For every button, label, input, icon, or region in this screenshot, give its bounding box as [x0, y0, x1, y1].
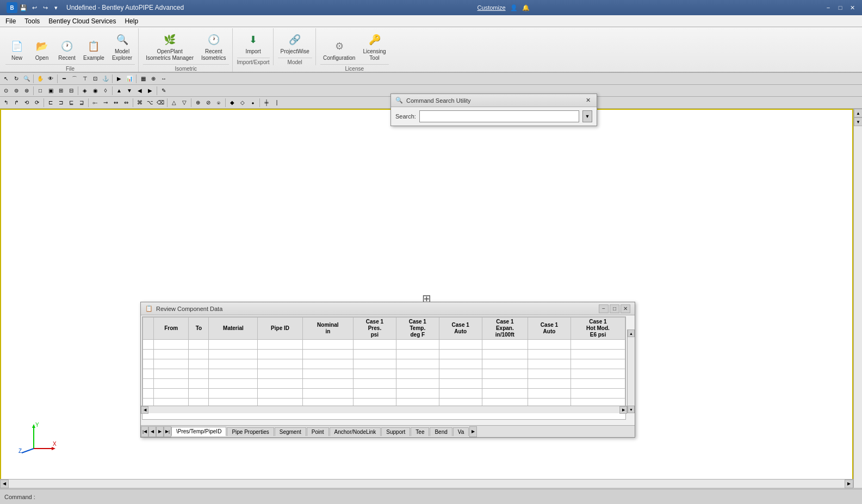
- tb3-2[interactable]: ↱: [11, 98, 21, 108]
- review-scroll-left[interactable]: ◀: [141, 406, 148, 414]
- tab-anchor-nodelink[interactable]: Anchor/NodeLink: [330, 427, 381, 436]
- menu-bentley-cloud[interactable]: Bentley Cloud Services: [44, 16, 120, 26]
- ribbon-btn-example[interactable]: 📋 Example: [80, 36, 107, 63]
- tb2-4[interactable]: □: [35, 86, 45, 96]
- scroll-up-arrow[interactable]: ▲: [854, 109, 862, 117]
- tb-dim[interactable]: ↔: [159, 74, 169, 84]
- tab-support[interactable]: Support: [381, 427, 410, 436]
- tb3-16[interactable]: △: [169, 98, 179, 108]
- tb3-21[interactable]: ◆: [227, 98, 237, 108]
- tb2-3[interactable]: ⊛: [22, 86, 32, 96]
- tab-segment[interactable]: Segment: [275, 427, 306, 436]
- tb3-5[interactable]: ⊏: [46, 98, 55, 108]
- review-close-btn[interactable]: ✕: [621, 304, 630, 313]
- tab-nav-next[interactable]: ▶: [156, 426, 164, 437]
- ribbon-btn-recent[interactable]: 🕐 Recent: [55, 36, 78, 63]
- tab-nav-last[interactable]: ▶|: [164, 426, 171, 437]
- tb2-1[interactable]: ⊙: [1, 86, 11, 96]
- review-scroll-down[interactable]: ▼: [628, 406, 635, 413]
- close-button[interactable]: ✕: [847, 3, 858, 12]
- cmd-search-dropdown[interactable]: ▼: [582, 110, 592, 122]
- tb-rotate[interactable]: ↻: [11, 74, 21, 84]
- ribbon-btn-open[interactable]: 📂 Open: [30, 36, 53, 63]
- tb3-13[interactable]: ⌘: [135, 98, 145, 108]
- tb-pan[interactable]: ✋: [35, 74, 45, 84]
- tb2-10[interactable]: ◊: [101, 86, 110, 96]
- tb3-22[interactable]: ◇: [238, 98, 247, 108]
- tb2-9[interactable]: ◉: [90, 86, 100, 96]
- tb2-5[interactable]: ▣: [46, 86, 55, 96]
- more-quick-btn[interactable]: ▾: [51, 3, 61, 13]
- tb-results[interactable]: 📊: [125, 74, 134, 84]
- tb3-15[interactable]: ⌫: [156, 98, 165, 108]
- undo-quick-btn[interactable]: ↩: [29, 3, 39, 13]
- tb-tee[interactable]: ⊤: [80, 74, 90, 84]
- review-scrollbar-right[interactable]: ▲ ▼: [627, 329, 635, 413]
- tb3-24[interactable]: ╪: [262, 98, 271, 108]
- tb3-14[interactable]: ⌥: [145, 98, 155, 108]
- tb3-20[interactable]: ⍟: [214, 98, 224, 108]
- tb-view[interactable]: 👁: [46, 74, 55, 84]
- tb3-4[interactable]: ⟳: [32, 98, 42, 108]
- scroll-left-arrow[interactable]: ◀: [0, 480, 9, 488]
- tb3-1[interactable]: ↰: [1, 98, 11, 108]
- save-quick-btn[interactable]: 💾: [18, 3, 28, 13]
- tab-nav-first[interactable]: |◀: [141, 426, 148, 437]
- tb2-14[interactable]: ▶: [145, 86, 155, 96]
- cmd-search-close-button[interactable]: ✕: [584, 96, 592, 105]
- tb-pipe[interactable]: ━: [59, 74, 69, 84]
- tb-analysis[interactable]: ▶: [114, 74, 124, 84]
- tab-pipe-properties[interactable]: Pipe Properties: [227, 427, 274, 436]
- redo-quick-btn[interactable]: ↪: [40, 3, 50, 13]
- tb2-7[interactable]: ⊟: [66, 86, 76, 96]
- tb3-12[interactable]: ⇔: [121, 98, 131, 108]
- tb2-8[interactable]: ◈: [80, 86, 90, 96]
- tab-pres-temp-pipeid[interactable]: \Pres/Temp/PipeID: [171, 427, 226, 436]
- ribbon-btn-model-explorer[interactable]: 🔍 ModelExplorer: [109, 29, 135, 63]
- tb2-6[interactable]: ⊞: [56, 86, 66, 96]
- review-scroll-right[interactable]: ▶: [619, 406, 627, 414]
- review-scroll-track-right[interactable]: [628, 337, 635, 406]
- tb3-25[interactable]: |: [272, 98, 282, 108]
- tb2-13[interactable]: ◀: [135, 86, 145, 96]
- tb3-10[interactable]: ⊸: [101, 98, 110, 108]
- tb2-11[interactable]: ▲: [114, 86, 124, 96]
- tb2-12[interactable]: ▼: [125, 86, 134, 96]
- tab-va[interactable]: Va: [453, 427, 469, 436]
- tb-grid[interactable]: ▦: [138, 74, 148, 84]
- menu-file[interactable]: File: [1, 16, 20, 26]
- main-scrollbar-right[interactable]: ▲ ▼: [853, 109, 862, 488]
- tb-zoom[interactable]: 🔍: [22, 74, 32, 84]
- tb3-6[interactable]: ⊐: [56, 98, 66, 108]
- maximize-button[interactable]: □: [835, 3, 846, 12]
- tb3-17[interactable]: ▽: [179, 98, 189, 108]
- tb-snap[interactable]: ⊕: [148, 74, 158, 84]
- review-scroll-up[interactable]: ▲: [628, 329, 635, 337]
- tb3-8[interactable]: ⊒: [77, 98, 86, 108]
- tb2-2[interactable]: ⊚: [11, 86, 21, 96]
- tb-valve[interactable]: ⊡: [90, 74, 100, 84]
- scroll-right-arrow[interactable]: ▶: [845, 480, 853, 488]
- tb-anchor[interactable]: ⚓: [101, 74, 110, 84]
- menu-tools[interactable]: Tools: [20, 16, 44, 26]
- tb3-3[interactable]: ⟲: [22, 98, 32, 108]
- main-scrollbar-bottom[interactable]: ◀ ▶: [0, 479, 853, 488]
- tb3-18[interactable]: ⊕: [193, 98, 203, 108]
- ribbon-btn-openplant[interactable]: 🌿 OpenPlantIsometrics Manager: [143, 29, 196, 63]
- tb3-23[interactable]: ⬥: [248, 98, 258, 108]
- customize-label[interactable]: Customize: [477, 4, 506, 11]
- review-scrollbar-bottom[interactable]: ◀ ▶: [141, 406, 627, 413]
- tb3-19[interactable]: ⊘: [203, 98, 213, 108]
- ribbon-btn-configuration[interactable]: ⚙ Configuration: [320, 36, 358, 63]
- tab-tee[interactable]: Tee: [411, 427, 429, 436]
- tb3-7[interactable]: ⊑: [66, 98, 76, 108]
- ribbon-btn-import[interactable]: ⬇ Import: [242, 29, 265, 57]
- minimize-button[interactable]: −: [823, 3, 834, 12]
- scroll-down-arrow[interactable]: ▼: [854, 117, 862, 126]
- tb-select[interactable]: ↖: [1, 74, 11, 84]
- tb3-11[interactable]: ↭: [111, 98, 121, 108]
- tab-bend[interactable]: Bend: [430, 427, 452, 436]
- tb-bend[interactable]: ⌒: [70, 74, 79, 84]
- tb3-9[interactable]: ⟜: [90, 98, 100, 108]
- review-minimize-btn[interactable]: −: [599, 304, 609, 313]
